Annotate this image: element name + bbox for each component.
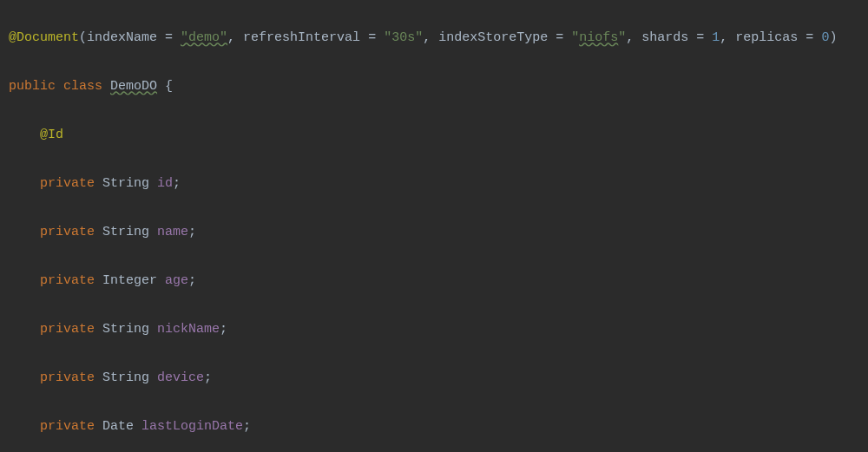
code-line: @Id xyxy=(9,123,863,147)
field-id: id xyxy=(157,176,173,191)
code-line: private String device; xyxy=(9,366,863,390)
field-nickname: nickName xyxy=(157,322,220,337)
annotation-document: @Document xyxy=(9,30,79,45)
code-line: private String nickName; xyxy=(9,318,863,342)
code-line: public class DemoDO { xyxy=(9,75,863,99)
field-name: name xyxy=(157,225,188,239)
field-lastlogindate: lastLoginDate xyxy=(141,419,243,434)
annotation-id: @Id xyxy=(40,128,63,142)
field-device: device xyxy=(157,370,204,385)
field-age: age xyxy=(165,273,188,288)
class-name: DemoDO xyxy=(110,79,157,94)
code-line: private Integer age; xyxy=(9,269,863,293)
code-line: private String id; xyxy=(9,172,863,196)
code-line: @Document(indexName = "demo", refreshInt… xyxy=(9,26,863,50)
code-line: private Date lastLoginDate; xyxy=(9,415,863,439)
code-line: private String name; xyxy=(9,220,863,245)
code-editor[interactable]: @Document(indexName = "demo", refreshInt… xyxy=(0,0,868,452)
